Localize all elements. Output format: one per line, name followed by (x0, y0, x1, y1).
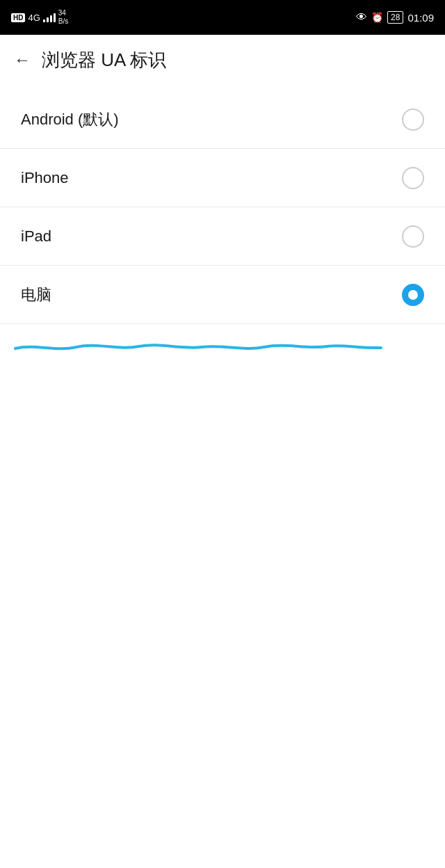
option-pc[interactable]: 电脑 (0, 266, 445, 324)
page-title: 浏览器 UA 标识 (42, 48, 166, 72)
time-display: 01:09 (407, 12, 434, 24)
option-android-label: Android (默认) (21, 109, 119, 130)
speed-value: 34 (58, 9, 68, 17)
status-right: 👁 ⏰ 28 01:09 (356, 11, 434, 24)
option-android-radio[interactable] (402, 108, 424, 131)
option-pc-radio[interactable] (402, 284, 424, 306)
option-iphone[interactable]: iPhone (0, 149, 445, 207)
signal-bars (43, 13, 56, 22)
option-ipad-radio[interactable] (402, 225, 424, 248)
network-speed: 34 B/s (58, 9, 68, 26)
handwritten-line-svg (14, 338, 382, 359)
speed-unit: B/s (58, 17, 68, 26)
status-left: HD 4G 34 B/s (11, 9, 68, 26)
option-iphone-label: iPhone (21, 169, 69, 187)
battery-label: 28 (387, 11, 403, 24)
option-pc-label: 电脑 (21, 284, 51, 305)
network-type: 4G (28, 13, 40, 23)
eye-icon: 👁 (356, 11, 367, 24)
option-iphone-radio[interactable] (402, 167, 424, 189)
signal-bar-2 (47, 17, 49, 22)
option-android[interactable]: Android (默认) (0, 90, 445, 149)
hd-badge: HD (11, 13, 25, 22)
back-button[interactable]: ← (14, 51, 31, 68)
option-ipad[interactable]: iPad (0, 207, 445, 266)
status-bar: HD 4G 34 B/s 👁 ⏰ 28 01:09 (0, 0, 445, 35)
alarm-icon: ⏰ (371, 12, 383, 23)
handwritten-annotation (0, 338, 445, 359)
option-ipad-label: iPad (21, 227, 51, 246)
signal-bar-4 (54, 13, 56, 22)
ua-options-list: Android (默认) iPhone iPad 电脑 (0, 90, 445, 324)
signal-bar-1 (43, 19, 45, 22)
page-header: ← 浏览器 UA 标识 (0, 35, 445, 85)
signal-bar-3 (50, 15, 52, 22)
